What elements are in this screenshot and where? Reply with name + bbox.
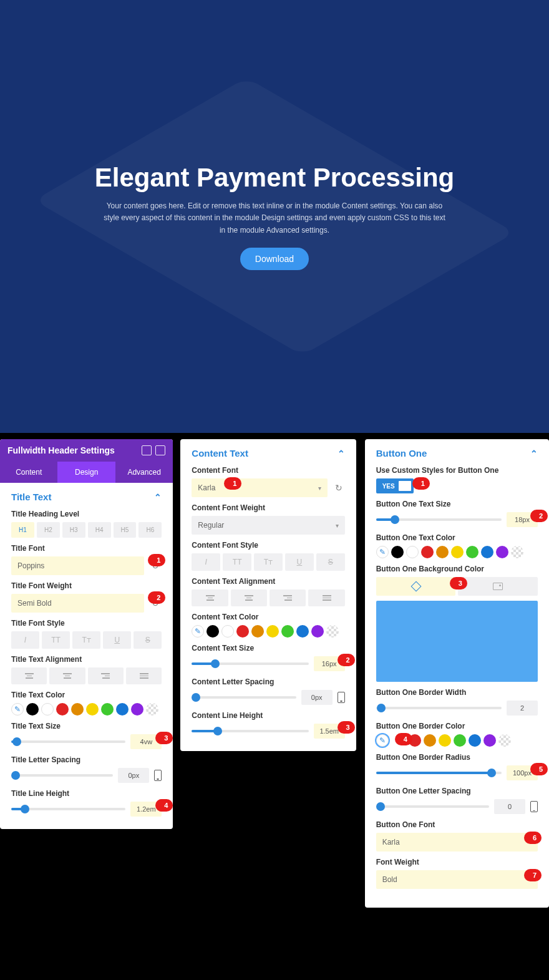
align-center[interactable] <box>231 589 267 606</box>
swatch-blue[interactable] <box>481 546 493 558</box>
content-lineheight-slider[interactable] <box>192 730 308 732</box>
btn-radius-slider[interactable] <box>376 772 502 774</box>
swatch-blue[interactable] <box>296 625 309 638</box>
section-title-text[interactable]: Title Text ⌃ <box>11 492 162 502</box>
btn-weight-select[interactable]: Bold <box>376 870 538 889</box>
tab-advanced[interactable]: Advanced <box>115 462 173 483</box>
style-italic[interactable]: I <box>192 553 220 571</box>
swatch-black[interactable] <box>206 625 219 638</box>
swatch-white[interactable] <box>41 703 54 716</box>
align-left[interactable] <box>11 667 47 684</box>
swatch-white[interactable] <box>406 546 419 558</box>
download-button[interactable]: Download <box>240 248 309 270</box>
device-icon[interactable] <box>338 692 345 703</box>
btn-borderw-slider[interactable] <box>376 707 502 709</box>
align-right[interactable] <box>270 589 306 606</box>
title-spacing-slider[interactable] <box>11 774 113 777</box>
content-spacing-value[interactable]: 0px <box>301 690 333 705</box>
swatch-purple[interactable] <box>483 734 496 747</box>
title-spacing-value[interactable]: 0px <box>118 768 149 783</box>
style-smallcaps[interactable]: Tᴛ <box>254 553 283 571</box>
bg-fill-tab[interactable] <box>376 577 456 596</box>
swatch-transparent[interactable] <box>146 703 158 716</box>
reset-icon[interactable]: ↻ <box>333 482 345 494</box>
bg-color-preview[interactable] <box>376 601 538 682</box>
swatch-orange[interactable] <box>436 546 449 558</box>
style-strike[interactable]: S <box>316 553 345 571</box>
swatch-yellow[interactable] <box>86 703 99 716</box>
swatch-black[interactable] <box>26 703 39 716</box>
title-weight-select[interactable]: Semi Bold <box>11 594 144 613</box>
swatch-white[interactable] <box>221 625 234 638</box>
title-lineheight-slider[interactable] <box>11 808 125 810</box>
eyedropper-icon[interactable]: ✎ <box>192 625 204 638</box>
swatch-orange[interactable] <box>71 703 84 716</box>
align-justify[interactable] <box>308 589 344 606</box>
align-right[interactable] <box>88 667 124 684</box>
align-justify[interactable] <box>126 667 162 684</box>
heading-h4[interactable]: H4 <box>88 522 111 538</box>
content-size-slider[interactable] <box>192 662 308 665</box>
eyedropper-icon[interactable]: ✎ <box>376 546 389 558</box>
style-strike[interactable]: S <box>134 631 162 649</box>
swatch-orange[interactable] <box>424 734 436 747</box>
style-underline[interactable]: U <box>285 553 314 571</box>
swatch-green[interactable] <box>101 703 114 716</box>
title-font-select[interactable]: Poppins <box>11 556 144 575</box>
style-uppercase[interactable]: TT <box>223 553 251 571</box>
device-icon[interactable] <box>530 801 538 812</box>
style-uppercase[interactable]: TT <box>42 631 70 649</box>
eyedropper-icon[interactable]: ✎ <box>376 734 389 747</box>
content-font-select[interactable]: Karla ▾ <box>192 478 327 497</box>
swatch-green[interactable] <box>466 546 479 558</box>
swatch-purple[interactable] <box>311 625 324 638</box>
tab-design[interactable]: Design <box>57 462 115 483</box>
style-underline[interactable]: U <box>103 631 131 649</box>
style-italic[interactable]: I <box>11 631 39 649</box>
swatch-yellow[interactable] <box>439 734 451 747</box>
swatch-transparent[interactable] <box>498 734 511 747</box>
btn-font-select[interactable]: Karla <box>376 833 538 851</box>
swatch-black[interactable] <box>391 546 404 558</box>
heading-h6[interactable]: H6 <box>138 522 162 538</box>
btn-borderw-value[interactable]: 2 <box>507 701 538 716</box>
swatch-blue[interactable] <box>116 703 129 716</box>
swatch-purple[interactable] <box>131 703 143 716</box>
align-left[interactable] <box>192 589 228 606</box>
swatch-red[interactable] <box>56 703 69 716</box>
title-size-label: Title Text Size <box>11 722 162 730</box>
swatch-transparent[interactable] <box>511 546 523 558</box>
swatch-transparent[interactable] <box>326 625 339 638</box>
heading-h2[interactable]: H2 <box>37 522 60 538</box>
btn-letterspace-slider[interactable] <box>376 805 489 808</box>
device-icon[interactable] <box>154 770 162 781</box>
content-spacing-slider[interactable] <box>192 696 296 699</box>
swatch-green[interactable] <box>454 734 466 747</box>
swatch-yellow[interactable] <box>266 625 279 638</box>
marker-2: 2 <box>148 591 165 604</box>
expand-icon[interactable] <box>142 445 152 455</box>
tab-content[interactable]: Content <box>0 462 57 483</box>
swatch-purple[interactable] <box>496 546 508 558</box>
btn-textsize-slider[interactable] <box>376 518 502 521</box>
bg-image-tab[interactable] <box>458 577 538 596</box>
swatch-red[interactable] <box>421 546 434 558</box>
content-weight-select[interactable]: Regular ▾ <box>192 516 344 535</box>
heading-h5[interactable]: H5 <box>114 522 137 538</box>
heading-h1[interactable]: H1 <box>11 522 34 538</box>
custom-styles-toggle[interactable]: YES <box>376 478 414 493</box>
section-button-one[interactable]: Button One ⌃ <box>376 448 538 458</box>
swatch-green[interactable] <box>281 625 294 638</box>
btn-letterspace-value[interactable]: 0 <box>494 799 525 814</box>
swatch-blue[interactable] <box>469 734 481 747</box>
section-content-text[interactable]: Content Text ⌃ <box>192 448 344 458</box>
eyedropper-icon[interactable]: ✎ <box>11 703 24 716</box>
title-size-slider[interactable] <box>11 740 125 743</box>
style-smallcaps[interactable]: Tᴛ <box>72 631 100 649</box>
grid-icon[interactable] <box>155 445 165 455</box>
swatch-orange[interactable] <box>251 625 264 638</box>
align-center[interactable] <box>49 667 85 684</box>
swatch-red[interactable] <box>236 625 249 638</box>
heading-h3[interactable]: H3 <box>62 522 85 538</box>
swatch-yellow[interactable] <box>451 546 464 558</box>
